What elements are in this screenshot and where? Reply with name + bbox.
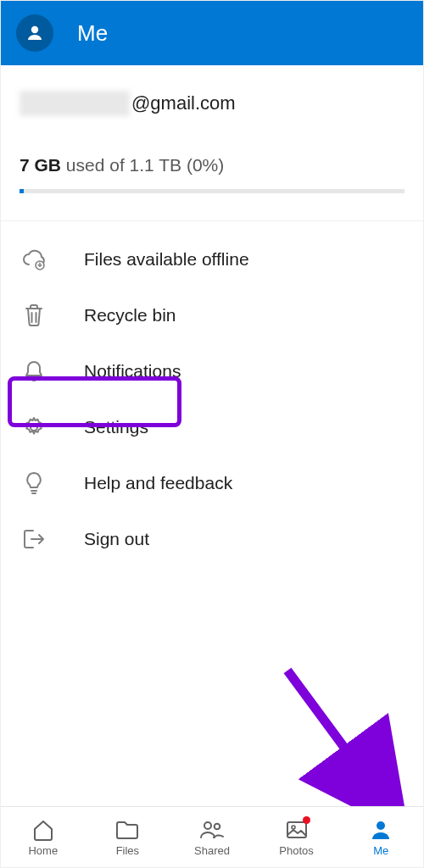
notification-dot xyxy=(303,816,310,824)
redacted-email-name xyxy=(20,91,130,116)
person-icon xyxy=(368,817,393,843)
svg-point-0 xyxy=(31,26,38,33)
nav-files[interactable]: Files xyxy=(86,807,170,867)
menu-label-offline: Files available offline xyxy=(84,249,249,270)
bell-icon xyxy=(21,359,47,384)
svg-point-5 xyxy=(215,824,220,830)
nav-label-photos: Photos xyxy=(279,844,313,857)
app-header: Me xyxy=(1,1,423,65)
nav-label-home: Home xyxy=(28,844,58,857)
menu-list: Files available offline Recycle bin Noti… xyxy=(1,221,423,577)
svg-point-7 xyxy=(292,826,295,829)
nav-shared[interactable]: Shared xyxy=(170,807,254,867)
menu-item-offline[interactable]: Files available offline xyxy=(1,231,423,287)
home-icon xyxy=(31,817,56,843)
menu-item-notifications[interactable]: Notifications xyxy=(1,343,423,399)
menu-label-settings: Settings xyxy=(84,417,148,437)
nav-home[interactable]: Home xyxy=(1,807,86,867)
gear-icon xyxy=(21,415,47,440)
svg-rect-6 xyxy=(287,822,306,837)
avatar-icon[interactable] xyxy=(16,14,53,52)
svg-point-8 xyxy=(377,821,385,830)
storage-used-value: 7 GB xyxy=(20,155,61,175)
menu-item-signout[interactable]: Sign out xyxy=(1,511,423,567)
nav-me[interactable]: Me xyxy=(338,807,423,867)
storage-section: 7 GB used of 1.1 TB (0%) xyxy=(1,123,423,205)
storage-progress-bar xyxy=(20,189,404,193)
page-title: Me xyxy=(77,20,108,47)
folder-icon xyxy=(114,817,140,843)
menu-item-settings[interactable]: Settings xyxy=(1,399,423,455)
bottom-navigation: Home Files Shared Photos M xyxy=(1,806,423,867)
svg-point-2 xyxy=(31,424,37,431)
email-suffix: @gmail.com xyxy=(131,92,236,114)
photos-icon xyxy=(284,817,310,843)
menu-item-help[interactable]: Help and feedback xyxy=(1,455,423,511)
menu-label-recycle: Recycle bin xyxy=(84,305,176,326)
people-icon xyxy=(199,817,225,843)
nav-label-shared: Shared xyxy=(194,844,230,857)
svg-point-4 xyxy=(204,822,211,829)
menu-label-notifications: Notifications xyxy=(84,361,181,381)
signout-icon xyxy=(21,526,47,552)
nav-label-files: Files xyxy=(116,844,139,857)
svg-line-3 xyxy=(287,670,388,806)
storage-progress-fill xyxy=(20,189,24,193)
account-section: @gmail.com xyxy=(1,65,423,123)
menu-label-help: Help and feedback xyxy=(84,473,232,493)
menu-label-signout: Sign out xyxy=(84,529,149,549)
nav-label-me: Me xyxy=(373,844,388,857)
lightbulb-icon xyxy=(21,470,47,496)
cloud-offline-icon xyxy=(21,247,47,272)
trash-icon xyxy=(21,303,47,328)
nav-photos[interactable]: Photos xyxy=(254,807,339,867)
menu-item-recycle[interactable]: Recycle bin xyxy=(1,287,423,343)
storage-usage-text: 7 GB used of 1.1 TB (0%) xyxy=(20,155,404,175)
